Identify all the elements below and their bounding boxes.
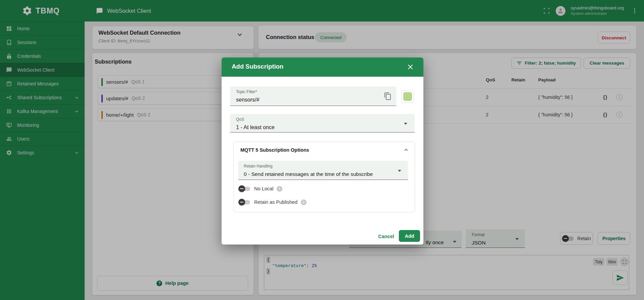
add-subscription-dialog: Add Subscription Topic Filter* sensors/#…	[222, 58, 423, 245]
app-root: TBMQ WebSocket Client sysadmin@thingsboa…	[0, 0, 644, 300]
retain-as-published-label: Retain as Published	[254, 199, 297, 205]
add-button[interactable]: Add	[399, 230, 420, 242]
info-icon[interactable]: i	[301, 199, 307, 205]
qos-select[interactable]: QoS 1 - At least once	[230, 114, 415, 133]
retain-handling-label: Retain Handling	[244, 164, 272, 168]
retain-as-published-row: Retain as Published i	[238, 199, 307, 205]
no-local-toggle[interactable]	[238, 185, 251, 192]
info-icon[interactable]: i	[277, 186, 282, 192]
retain-handling-select[interactable]: Retain Handling 0 - Send retained messag…	[238, 161, 408, 180]
topic-filter-value: sensors/#	[236, 97, 259, 103]
topic-color-swatch	[403, 92, 412, 101]
retain-as-published-toggle[interactable]	[238, 199, 251, 205]
chevron-down-icon	[404, 123, 407, 125]
chevron-up-icon[interactable]	[403, 147, 409, 153]
qos-value: 1 - At least once	[236, 124, 275, 130]
chevron-down-icon	[398, 170, 401, 172]
topic-color-picker[interactable]	[401, 90, 414, 103]
toggle-thumb	[238, 185, 245, 192]
cancel-button[interactable]: Cancel	[374, 231, 398, 242]
dialog-title: Add Subscription	[232, 63, 283, 70]
close-icon[interactable]	[407, 63, 414, 71]
topic-filter-field[interactable]: Topic Filter* sensors/#	[230, 86, 396, 106]
no-local-label: No Local	[254, 186, 273, 191]
topic-filter-label: Topic Filter*	[236, 89, 257, 94]
copy-icon[interactable]	[384, 92, 392, 100]
toggle-thumb	[238, 199, 245, 205]
no-local-row: No Local i	[238, 185, 282, 192]
qos-label: QoS	[236, 117, 244, 122]
retain-handling-value: 0 - Send retained messages at the time o…	[244, 171, 373, 177]
mqtt5-options-card: MQTT 5 Subscription Options Retain Handl…	[233, 142, 415, 213]
mqtt5-options-title: MQTT 5 Subscription Options	[240, 147, 309, 153]
